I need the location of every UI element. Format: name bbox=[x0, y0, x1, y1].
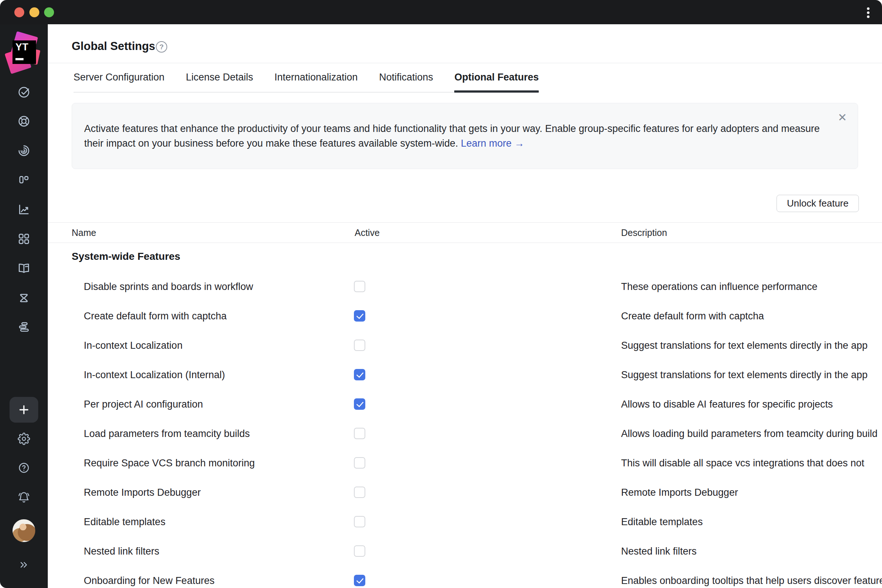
sidebar: YT bbox=[0, 24, 48, 588]
tab-optional-features[interactable]: Optional Features bbox=[454, 63, 539, 92]
bell-icon[interactable] bbox=[17, 490, 31, 505]
column-header-description: Description bbox=[621, 223, 667, 243]
table-row: Require Space VCS branch monitoringThis … bbox=[48, 448, 882, 478]
table-row: Nested link filtersNested link filters bbox=[48, 537, 882, 566]
feature-description: Nested link filters bbox=[621, 537, 697, 566]
feature-description: Remote Imports Debugger bbox=[621, 478, 738, 507]
table-row: Remote Imports DebuggerRemote Imports De… bbox=[48, 478, 882, 507]
section-title: System-wide Features bbox=[72, 250, 180, 262]
gantt-bars-icon[interactable] bbox=[17, 320, 31, 334]
feature-description: Editable templates bbox=[621, 507, 703, 537]
feature-active-checkbox[interactable] bbox=[354, 545, 365, 557]
kebab-menu-icon[interactable] bbox=[863, 4, 873, 21]
gear-icon[interactable] bbox=[17, 432, 31, 446]
feature-active-checkbox[interactable] bbox=[354, 428, 365, 439]
apps-grid-icon[interactable] bbox=[17, 232, 31, 246]
table-header: Name Active Description bbox=[48, 222, 882, 243]
logo-block: YT bbox=[12, 40, 36, 64]
tab-license-details[interactable]: License Details bbox=[186, 63, 253, 92]
hourglass-icon[interactable] bbox=[17, 291, 31, 305]
task-check-icon[interactable] bbox=[17, 85, 31, 99]
page-title: Global Settings bbox=[72, 40, 155, 53]
help-icon[interactable] bbox=[17, 461, 31, 475]
swirl-icon[interactable] bbox=[17, 144, 31, 158]
main-content: Global Settings ? Server ConfigurationLi… bbox=[48, 24, 882, 588]
app-window: YT bbox=[0, 0, 882, 588]
close-icon[interactable]: ✕ bbox=[835, 110, 850, 124]
tab-internationalization[interactable]: Internationalization bbox=[274, 63, 358, 92]
logo-underscore bbox=[15, 58, 24, 60]
feature-description: Create default form with captcha bbox=[621, 302, 764, 331]
table-row: In-context LocalizationSuggest translati… bbox=[48, 331, 882, 360]
trend-chart-icon[interactable] bbox=[17, 202, 31, 216]
feature-description: Enables onboarding tooltips that help us… bbox=[621, 566, 882, 588]
feature-name: Editable templates bbox=[84, 507, 165, 537]
table-row: Load parameters from teamcity buildsAllo… bbox=[48, 419, 882, 448]
feature-active-checkbox[interactable] bbox=[354, 457, 365, 469]
feature-active-checkbox[interactable] bbox=[354, 310, 365, 322]
tab-bar: Server ConfigurationLicense DetailsInter… bbox=[74, 63, 539, 93]
feature-name: Per project AI configuration bbox=[84, 390, 203, 419]
column-header-name: Name bbox=[72, 223, 96, 243]
feature-table: Disable sprints and boards in workflowTh… bbox=[48, 272, 882, 588]
zoom-window-button[interactable] bbox=[44, 8, 54, 17]
info-banner: Activate features that enhance the produ… bbox=[72, 103, 858, 169]
agile-board-icon[interactable] bbox=[17, 173, 31, 187]
table-row: Per project AI configurationAllows to di… bbox=[48, 390, 882, 419]
feature-active-checkbox[interactable] bbox=[354, 516, 365, 527]
feature-name: Create default form with captcha bbox=[84, 302, 227, 331]
feature-name: Load parameters from teamcity builds bbox=[84, 419, 250, 448]
feature-name: In-context Localization (Internal) bbox=[84, 360, 225, 390]
feature-active-checkbox[interactable] bbox=[354, 281, 365, 292]
feature-active-checkbox[interactable] bbox=[354, 340, 365, 351]
feature-name: Remote Imports Debugger bbox=[84, 478, 201, 507]
tab-server-configuration[interactable]: Server Configuration bbox=[74, 63, 165, 92]
expand-chevrons-icon[interactable] bbox=[17, 558, 31, 572]
knowledge-book-icon[interactable] bbox=[17, 261, 31, 275]
close-window-button[interactable] bbox=[14, 8, 24, 17]
titlebar bbox=[0, 0, 882, 24]
learn-more-link[interactable]: Learn more → bbox=[461, 138, 524, 149]
column-header-active: Active bbox=[355, 223, 380, 243]
lifebuoy-icon[interactable] bbox=[17, 114, 31, 128]
feature-active-checkbox[interactable] bbox=[354, 398, 365, 410]
banner-message: Activate features that enhance the produ… bbox=[84, 123, 820, 149]
banner-text: Activate features that enhance the produ… bbox=[84, 103, 822, 169]
feature-active-checkbox[interactable] bbox=[354, 575, 365, 586]
table-row: Onboarding for New FeaturesEnables onboa… bbox=[48, 566, 882, 588]
tab-notifications[interactable]: Notifications bbox=[379, 63, 433, 92]
table-row: In-context Localization (Internal)Sugges… bbox=[48, 360, 882, 390]
feature-active-checkbox[interactable] bbox=[354, 487, 365, 498]
feature-description: Suggest translations for text elements d… bbox=[621, 331, 868, 360]
help-circle-icon[interactable]: ? bbox=[156, 41, 167, 52]
feature-description: Allows loading build parameters from tea… bbox=[621, 419, 878, 448]
table-row: Create default form with captchaCreate d… bbox=[48, 302, 882, 331]
table-row: Editable templatesEditable templates bbox=[48, 507, 882, 537]
plus-icon[interactable] bbox=[9, 397, 38, 423]
logo-text: YT bbox=[15, 42, 28, 53]
feature-description: Allows to disable AI features for specif… bbox=[621, 390, 833, 419]
feature-name: Require Space VCS branch monitoring bbox=[84, 448, 255, 478]
unlock-feature-button[interactable]: Unlock feature bbox=[777, 195, 859, 212]
feature-description: This will disable all space vcs integrat… bbox=[621, 448, 864, 478]
youtrack-logo[interactable]: YT bbox=[8, 34, 39, 74]
feature-name: Onboarding for New Features bbox=[84, 566, 214, 588]
user-avatar[interactable] bbox=[12, 519, 35, 542]
table-row: Disable sprints and boards in workflowTh… bbox=[48, 272, 882, 302]
feature-active-checkbox[interactable] bbox=[354, 369, 365, 380]
feature-description: Suggest translations for text elements d… bbox=[621, 360, 868, 390]
feature-description: These operations can influence performan… bbox=[621, 272, 818, 302]
feature-name: Disable sprints and boards in workflow bbox=[84, 272, 253, 302]
minimize-window-button[interactable] bbox=[29, 8, 39, 17]
feature-name: In-context Localization bbox=[84, 331, 183, 360]
feature-name: Nested link filters bbox=[84, 537, 159, 566]
